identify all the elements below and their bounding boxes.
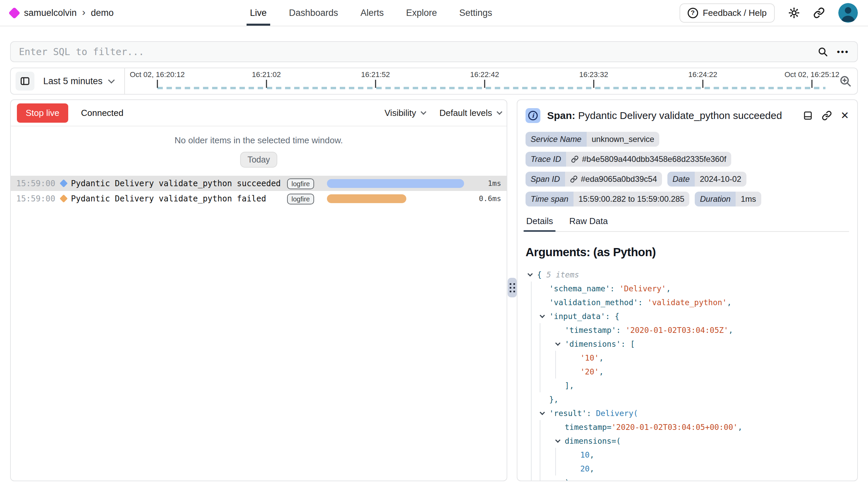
log-row[interactable]: 15:59:00Pydantic Delivery validate_pytho… bbox=[11, 191, 507, 206]
indent-guide bbox=[531, 462, 540, 475]
sql-filter-bar: ••• bbox=[10, 41, 858, 62]
search-icon bbox=[817, 46, 828, 57]
timeline-tick-label: Oct 02, 16:20:12 bbox=[130, 70, 185, 79]
chevron-down-icon[interactable] bbox=[540, 313, 545, 318]
indent-guide bbox=[531, 365, 540, 379]
nav-tab-alerts[interactable]: Alerts bbox=[360, 0, 384, 26]
code-token: '2020-01-02T03:04:05+00:00' bbox=[611, 423, 738, 432]
code-line: dimensions=( bbox=[528, 434, 849, 448]
chevron-down-icon[interactable] bbox=[528, 271, 533, 277]
nav-tab-settings[interactable]: Settings bbox=[459, 0, 492, 26]
chevron-down-icon[interactable] bbox=[555, 341, 561, 346]
tree-chevron-slot bbox=[540, 314, 549, 318]
indent-guide bbox=[531, 309, 540, 323]
code-token: , bbox=[727, 298, 732, 307]
code-token: Delivery( bbox=[596, 409, 638, 418]
span-diamond-icon bbox=[56, 196, 71, 201]
timeline-zoom-button[interactable] bbox=[839, 75, 852, 88]
user-avatar[interactable] bbox=[838, 3, 858, 23]
timeline-tick bbox=[812, 80, 813, 88]
indent-guide bbox=[531, 379, 540, 392]
indent-guide bbox=[555, 365, 571, 379]
today-pill[interactable]: Today bbox=[240, 152, 278, 168]
indent-guide bbox=[540, 420, 555, 434]
theme-toggle-button[interactable] bbox=[788, 7, 800, 19]
time-range-bar: Last 5 minutes Oct 02, 16:20:1216:21:021… bbox=[10, 68, 858, 95]
badge-label: Time span bbox=[526, 192, 573, 206]
default-levels-dropdown[interactable]: Default levels bbox=[439, 108, 501, 118]
breadcrumb: samuelcolvin › demo bbox=[10, 7, 114, 19]
tree-chevron-slot bbox=[555, 342, 565, 346]
code-line: ], bbox=[528, 379, 849, 392]
share-link-button[interactable] bbox=[813, 7, 825, 19]
more-options-icon[interactable]: ••• bbox=[837, 47, 849, 57]
code-token: 'schema_name' bbox=[549, 284, 610, 293]
row-duration-bar-track bbox=[327, 194, 464, 203]
code-token: 20 bbox=[580, 464, 590, 473]
logfire-logo-icon[interactable] bbox=[8, 7, 20, 19]
dock-panel-button[interactable] bbox=[803, 111, 813, 121]
default-levels-label: Default levels bbox=[439, 108, 492, 118]
indent-guide bbox=[555, 351, 571, 365]
badge-value: unknown_service bbox=[587, 132, 659, 147]
badge-value-text: #b4e5809a440dbb3458e68d2335fe360f bbox=[582, 154, 726, 164]
row-duration: 1ms bbox=[470, 179, 501, 188]
badge-value-text: 1ms bbox=[741, 194, 756, 204]
link-icon bbox=[822, 111, 832, 121]
log-row[interactable]: 15:59:00Pydantic Delivery validate_pytho… bbox=[11, 176, 507, 191]
tab-raw-data[interactable]: Raw Data bbox=[568, 214, 608, 231]
row-scope-tag[interactable]: logfire bbox=[287, 179, 321, 188]
timeline-tick-label: Oct 02, 16:25:12 bbox=[785, 70, 840, 79]
breadcrumb-project[interactable]: demo bbox=[91, 8, 114, 18]
timeline-tick bbox=[484, 80, 485, 88]
span-kind: Span: bbox=[547, 110, 575, 121]
visibility-dropdown[interactable]: Visibility bbox=[384, 108, 424, 118]
indent-guide bbox=[531, 434, 540, 448]
tab-details[interactable]: Details bbox=[526, 214, 554, 231]
sun-icon bbox=[788, 7, 800, 19]
chevron-down-icon[interactable] bbox=[540, 410, 545, 415]
timeline[interactable]: Oct 02, 16:20:1216:21:0216:21:5216:22:42… bbox=[157, 68, 812, 94]
code-token: { bbox=[615, 312, 619, 321]
code-line: 'schema_name': 'Delivery', bbox=[528, 282, 849, 295]
scope-tag-label: logfire bbox=[287, 194, 314, 204]
arguments-heading: Arguments: (as Python) bbox=[526, 245, 849, 259]
live-panel: Stop live Connected Visibility Default l… bbox=[10, 99, 507, 481]
copy-span-link-button[interactable] bbox=[822, 111, 832, 121]
chevron-down-icon[interactable] bbox=[555, 438, 561, 443]
timeline-tick bbox=[593, 80, 594, 88]
badge-value-text: 2024-10-02 bbox=[700, 174, 741, 184]
row-duration-bar bbox=[327, 179, 464, 188]
code-token: 'Delivery' bbox=[619, 284, 666, 293]
close-icon[interactable]: ✕ bbox=[841, 111, 849, 121]
tree-chevron-slot bbox=[528, 273, 537, 276]
indent-guide bbox=[555, 448, 571, 462]
row-scope-tag[interactable]: logfire bbox=[287, 194, 321, 203]
code-token: , bbox=[590, 450, 594, 459]
nav-tab-dashboards[interactable]: Dashboards bbox=[289, 0, 338, 26]
scope-tag-label: logfire bbox=[287, 178, 314, 189]
code-token: 'validation_method' bbox=[549, 298, 638, 307]
breadcrumb-org[interactable]: samuelcolvin bbox=[24, 8, 77, 18]
code-line: 10, bbox=[528, 448, 849, 462]
badge-value-text: #eda9065a0bd39c54 bbox=[581, 174, 657, 184]
detail-tabs: DetailsRaw Data bbox=[526, 214, 849, 232]
time-range-select[interactable]: Last 5 minutes bbox=[43, 76, 113, 87]
sql-filter-input[interactable] bbox=[19, 46, 817, 57]
badge-value-text: unknown_service bbox=[592, 135, 654, 144]
search-button[interactable] bbox=[817, 46, 828, 57]
stop-live-button[interactable]: Stop live bbox=[17, 103, 68, 123]
main-nav: LiveDashboardsAlertsExploreSettings bbox=[250, 0, 492, 26]
code-line: 'timestamp': '2020-01-02T03:04:05Z', bbox=[528, 323, 849, 337]
link-icon[interactable] bbox=[570, 175, 578, 183]
link-icon[interactable] bbox=[571, 155, 579, 163]
visibility-label: Visibility bbox=[384, 108, 416, 118]
timeline-tick bbox=[375, 80, 376, 88]
sidebar-toggle-button[interactable] bbox=[16, 72, 34, 91]
code-token: 'validate_python' bbox=[647, 298, 727, 307]
nav-tab-explore[interactable]: Explore bbox=[406, 0, 437, 26]
nav-tab-live[interactable]: Live bbox=[250, 0, 267, 26]
feedback-help-button[interactable]: ? Feedback / Help bbox=[680, 3, 775, 23]
main-content: Stop live Connected Visibility Default l… bbox=[10, 99, 858, 481]
panel-resize-handle[interactable] bbox=[508, 278, 517, 297]
